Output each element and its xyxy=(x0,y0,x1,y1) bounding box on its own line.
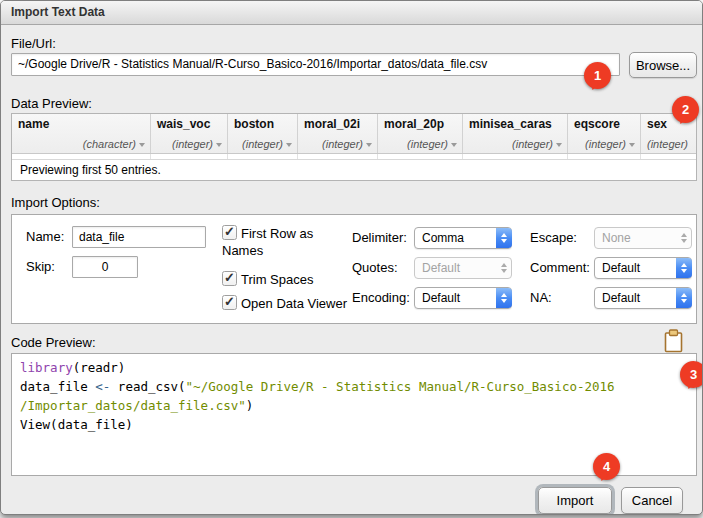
column-type-caret-icon[interactable] xyxy=(451,143,457,147)
escape-label: Escape: xyxy=(530,230,577,245)
data-preview-table: name (character) wais_voc (integer) bost… xyxy=(11,113,697,181)
code-preview-label: Code Preview: xyxy=(11,335,96,350)
column-header-moral-20p[interactable]: moral_20p (integer) xyxy=(378,114,463,153)
annotation-badge-3: 3 xyxy=(680,361,703,388)
quotes-label: Quotes: xyxy=(352,260,398,275)
column-type-caret-icon[interactable] xyxy=(556,143,562,147)
checkbox-first-row-as-names[interactable]: First Row as Names xyxy=(222,225,342,259)
file-url-input[interactable]: ~/Google Drive/R - Statistics Manual/R-C… xyxy=(11,53,620,76)
na-label: NA: xyxy=(530,290,552,305)
code-preview-box: library(readr) data_file <- read_csv("~/… xyxy=(11,353,697,476)
column-type-caret-icon[interactable] xyxy=(139,143,145,147)
select-stepper-icon xyxy=(496,228,512,248)
cancel-button[interactable]: Cancel xyxy=(621,487,683,514)
skip-input[interactable]: 0 xyxy=(72,256,138,278)
na-select[interactable]: Default xyxy=(594,287,692,309)
preview-status-text: Previewing first 50 entries. xyxy=(12,160,696,180)
import-text-data-dialog: Import Text Data File/Url: ~/Google Driv… xyxy=(0,0,703,515)
import-options-label: Import Options: xyxy=(11,195,100,210)
column-header-moral-02i[interactable]: moral_02i (integer) xyxy=(298,114,378,153)
skip-label: Skip: xyxy=(26,259,55,274)
select-stepper-icon xyxy=(676,258,692,278)
checkbox-trim-spaces[interactable]: Trim Spaces xyxy=(222,271,362,288)
dialog-title: Import Text Data xyxy=(11,1,105,24)
column-type-caret-icon[interactable] xyxy=(629,143,635,147)
name-label: Name: xyxy=(26,229,64,244)
select-stepper-icon xyxy=(676,288,692,308)
comment-label: Comment: xyxy=(530,260,590,275)
column-type-caret-icon[interactable] xyxy=(286,143,292,147)
annotation-badge-1: 1 xyxy=(584,62,611,89)
select-stepper-icon xyxy=(496,288,512,308)
code-line: View(data_file) xyxy=(20,415,688,434)
column-header-eqscore[interactable]: eqscore (integer) xyxy=(568,114,641,153)
column-header-wais-voc[interactable]: wais_voc (integer) xyxy=(151,114,228,153)
column-header-minisea-caras[interactable]: minisea_caras (integer) xyxy=(463,114,568,153)
encoding-select[interactable]: Default xyxy=(414,287,512,309)
code-line: /Importar_datos/data_file.csv") xyxy=(20,396,688,415)
titlebar: Import Text Data xyxy=(1,1,702,25)
table-header-row: name (character) wais_voc (integer) bost… xyxy=(12,114,696,154)
quotes-select[interactable]: Default xyxy=(414,257,512,279)
checkbox-box[interactable] xyxy=(222,225,237,240)
delimiter-label: Delimiter: xyxy=(352,230,407,245)
column-header-boston[interactable]: boston (integer) xyxy=(228,114,298,153)
encoding-label: Encoding: xyxy=(352,290,410,305)
data-preview-label: Data Preview: xyxy=(11,96,92,111)
comment-select[interactable]: Default xyxy=(594,257,692,279)
browse-button[interactable]: Browse... xyxy=(629,52,697,78)
checkbox-open-data-viewer[interactable]: Open Data Viewer xyxy=(222,295,372,312)
checkbox-box[interactable] xyxy=(222,295,237,310)
name-input[interactable]: data_file xyxy=(72,226,206,248)
select-stepper-icon xyxy=(676,228,692,248)
column-header-name[interactable]: name (character) xyxy=(12,114,151,153)
column-type-caret-icon[interactable] xyxy=(366,143,372,147)
code-line: library(readr) xyxy=(20,358,688,377)
import-options-box: Name: data_file Skip: 0 First Row as Nam… xyxy=(11,214,697,324)
delimiter-select[interactable]: Comma xyxy=(414,227,512,249)
column-type-caret-icon[interactable] xyxy=(216,143,222,147)
annotation-badge-2: 2 xyxy=(672,96,699,123)
escape-select[interactable]: None xyxy=(594,227,692,249)
file-url-label: File/Url: xyxy=(11,36,56,51)
code-line: data_file <- read_csv("~/Google Drive/R … xyxy=(20,377,688,396)
checkbox-box[interactable] xyxy=(222,271,237,286)
import-button[interactable]: Import xyxy=(538,487,612,514)
select-stepper-icon xyxy=(496,258,512,278)
annotation-badge-4: 4 xyxy=(593,453,620,480)
